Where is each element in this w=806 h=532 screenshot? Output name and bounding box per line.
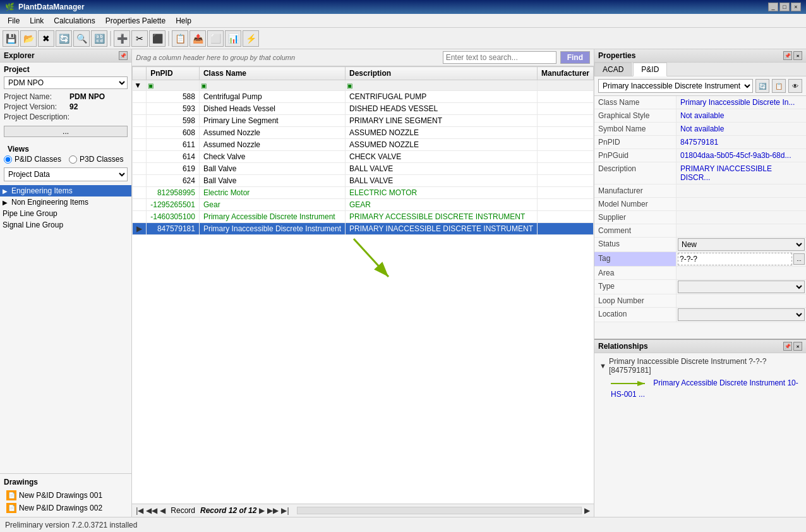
toolbar-font[interactable]: 🔡 (91, 30, 107, 47)
filter-pnpid-cell: ▣ (147, 80, 200, 91)
props-pin[interactable]: 📌 (783, 51, 792, 60)
prop-tag-input[interactable] (678, 253, 792, 265)
row-expand-arrow[interactable] (133, 211, 147, 223)
nav-first[interactable]: |◀ (136, 506, 143, 515)
toolbar-refresh[interactable]: 🔄 (56, 30, 72, 47)
data-table: PnPID Class Name Description Manufacture… (132, 66, 594, 235)
col-arrow[interactable] (133, 67, 147, 80)
tab-pid[interactable]: P&ID (633, 63, 667, 76)
drawing-item-2[interactable]: 📄 New P&ID Drawings 002 (4, 502, 128, 514)
class-refresh-btn[interactable]: 🔄 (755, 79, 769, 93)
table-row[interactable]: 624Ball ValveBALL VALVE (133, 175, 594, 187)
project-more-button[interactable]: ... (4, 126, 128, 137)
prop-name-pnpguid: PnPGuid (594, 149, 677, 162)
menu-calculations[interactable]: Calculations (49, 15, 100, 27)
table-row[interactable]: 614Check ValveCHECK VALVE (133, 151, 594, 163)
row-expand-arrow[interactable] (133, 187, 147, 199)
table-row[interactable]: -1460305100Primary Accessible Discrete I… (133, 211, 594, 223)
menu-link[interactable]: Link (25, 15, 49, 27)
toolbar-cut[interactable]: ✂ (131, 30, 148, 47)
tree-item-pipeline[interactable]: Pipe Line Group (0, 208, 131, 219)
class-select[interactable]: Primary Inaccessible Discrete Instrument (598, 79, 753, 93)
search-input[interactable] (443, 51, 556, 64)
view-p3d-radio[interactable]: P3D Classes (69, 155, 123, 164)
col-manufacturer[interactable]: Manufacturer (537, 67, 593, 80)
row-expand-arrow[interactable] (133, 127, 147, 139)
col-pnpid[interactable]: PnPID (147, 67, 200, 80)
explorer-pin[interactable]: 📌 (119, 51, 128, 60)
tree-item-signalline[interactable]: Signal Line Group (0, 219, 131, 231)
table-row[interactable]: ▶847579181Primary Inaccessible Discrete … (133, 223, 594, 235)
toolbar-export[interactable]: 📤 (189, 30, 206, 47)
h-scrollbar[interactable] (297, 507, 582, 514)
toolbar-save[interactable]: 💾 (3, 30, 19, 47)
rel-pin[interactable]: 📌 (783, 342, 792, 351)
nav-prev-page[interactable]: ◀◀ (146, 506, 157, 515)
table-row[interactable]: 608Assumed NozzleASSUMED NOZZLE (133, 127, 594, 139)
table-row[interactable]: 812958995Electric MotorELECTRIC MOTOR (133, 187, 594, 199)
row-expand-arrow[interactable] (133, 199, 147, 211)
prop-select-type[interactable] (678, 281, 805, 293)
rel-child-item[interactable]: Primary Accessible Discrete Instrument 1… (598, 376, 802, 400)
table-row[interactable]: 611Assumed NozzleASSUMED NOZZLE (133, 139, 594, 151)
nav-last[interactable]: ▶| (281, 506, 289, 515)
class-copy-btn[interactable]: 📋 (772, 79, 786, 93)
rel-close[interactable]: × (793, 342, 802, 351)
row-expand-arrow[interactable] (133, 163, 147, 175)
find-button[interactable]: Find (560, 51, 590, 64)
table-row[interactable]: 619Ball ValveBALL VALVE (133, 163, 594, 175)
minimize-button[interactable]: _ (768, 3, 778, 11)
class-eye-btn[interactable]: 👁 (788, 79, 802, 93)
close-button[interactable]: × (791, 3, 801, 11)
project-dropdown[interactable]: PDM NPO (4, 76, 128, 89)
toolbar-open[interactable]: 📂 (20, 30, 37, 47)
row-expand-arrow[interactable] (133, 151, 147, 163)
rel-tree-item[interactable]: ▼ Primary Inaccessible Discrete Instrume… (598, 356, 802, 376)
cell-description: DISHED HEADS VESSEL (346, 103, 538, 115)
class-selector-row: Primary Inaccessible Discrete Instrument… (594, 76, 806, 96)
cell-pnpid: 614 (147, 151, 200, 163)
data-dropdown[interactable]: Project Data (4, 167, 128, 181)
project-name-label: Project Name: (4, 92, 67, 101)
toolbar-copy[interactable]: 📋 (172, 30, 188, 47)
row-expand-arrow[interactable] (133, 175, 147, 187)
toolbar-view[interactable]: ⬜ (207, 30, 224, 47)
table-row[interactable]: -1295265501GearGEAR (133, 199, 594, 211)
props-close[interactable]: × (793, 51, 802, 60)
scroll-right[interactable]: ▶ (584, 506, 590, 515)
menu-help[interactable]: Help (171, 15, 196, 27)
toolbar-lightning[interactable]: ⚡ (243, 30, 259, 47)
toolbar-search[interactable]: 🔍 (73, 30, 90, 47)
tab-acad[interactable]: ACAD (594, 63, 632, 76)
menu-properties-palette[interactable]: Properties Palette (100, 15, 171, 27)
nav-next[interactable]: ▶ (259, 506, 265, 515)
row-expand-arrow[interactable]: ▶ (133, 223, 147, 235)
prop-tag-button[interactable]: ... (793, 253, 805, 265)
toolbar-add[interactable]: ➕ (114, 30, 130, 47)
prop-select-location[interactable] (678, 308, 805, 321)
col-description[interactable]: Description (346, 67, 538, 80)
menu-file[interactable]: File (3, 15, 25, 27)
relationships-panel: Relationships 📌 × ▼ Primary Inaccessible… (594, 340, 806, 517)
toolbar-remove[interactable]: ⬛ (149, 30, 165, 47)
maximize-button[interactable]: □ (779, 3, 790, 11)
tree-item-engineering[interactable]: ▶ Engineering Items (0, 185, 131, 196)
nav-prev[interactable]: ◀ (160, 506, 165, 515)
table-row[interactable]: 588Centrifugal PumpCENTRIFUGAL PUMP (133, 91, 594, 103)
grid-container[interactable]: PnPID Class Name Description Manufacture… (132, 66, 594, 504)
row-expand-arrow[interactable] (133, 139, 147, 151)
nav-next-page[interactable]: ▶▶ (267, 506, 279, 515)
table-row[interactable]: 593Dished Heads VesselDISHED HEADS VESSE… (133, 103, 594, 115)
table-row[interactable]: 598Primary Line SegmentPRIMARY LINE SEGM… (133, 115, 594, 127)
row-expand-arrow[interactable] (133, 115, 147, 127)
toolbar-chart[interactable]: 📊 (225, 30, 241, 47)
drawing-label-1: New P&ID Drawings 001 (19, 491, 102, 500)
row-expand-arrow[interactable] (133, 103, 147, 115)
col-classname[interactable]: Class Name (199, 67, 345, 80)
toolbar-delete[interactable]: ✖ (38, 30, 54, 47)
row-expand-arrow[interactable] (133, 91, 147, 103)
view-pid-radio[interactable]: P&ID Classes (4, 155, 61, 164)
tree-item-non-engineering[interactable]: ▶ Non Engineering Items (0, 196, 131, 208)
prop-select-status[interactable]: New (678, 238, 805, 251)
drawing-item-1[interactable]: 📄 New P&ID Drawings 001 (4, 489, 128, 502)
